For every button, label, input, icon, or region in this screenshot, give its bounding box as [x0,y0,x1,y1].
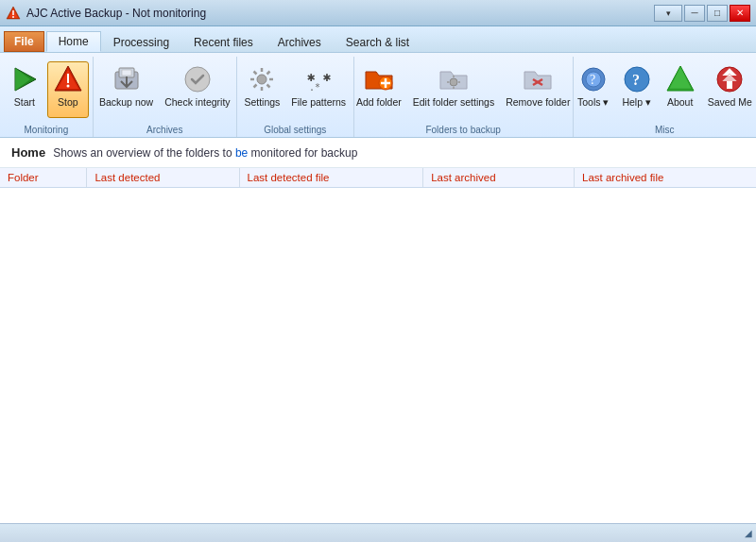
window-title: AJC Active Backup - Not monitoring [26,7,206,20]
global-settings-buttons: Settings ✱ ✱ .* File patterns [239,57,351,123]
about-button[interactable]: About [660,61,701,118]
tools-icon: ? [578,64,609,94]
title-bar-left: AJC Active Backup - Not monitoring [6,6,206,21]
file-patterns-label: File patterns [291,96,346,109]
global-settings-group-label: Global settings [264,125,326,135]
svg-point-9 [66,85,69,88]
backup-now-button[interactable]: Backup now [94,61,158,118]
page-title: Home [11,145,45,160]
about-label: About [667,96,693,109]
title-bar: AJC Active Backup - Not monitoring ▾ ─ □… [0,0,756,26]
edit-folder-settings-icon [438,64,469,94]
ribbon-group-folders: Add folder Edit folder set [354,57,574,137]
tab-search-list[interactable]: Search & list [334,31,421,52]
about-icon [665,64,696,94]
tab-processing[interactable]: Processing [101,31,181,52]
saved-me-button[interactable]: Saved Me [703,61,756,118]
backup-now-icon [112,64,142,94]
svg-point-15 [257,75,266,84]
table-header-row: Folder Last detected Last detected file … [0,168,756,188]
table-container: Folder Last detected Last detected file … [0,168,756,523]
stop-icon [53,64,83,94]
help-button[interactable]: ? Help ▾ [616,61,658,118]
svg-rect-12 [122,70,131,76]
remove-folder-button[interactable]: Remove folder [501,61,575,118]
file-patterns-icon: ✱ ✱ .* [303,64,334,94]
svg-line-22 [267,72,270,75]
add-folder-icon [364,64,394,94]
settings-button[interactable]: Settings [239,61,284,118]
svg-text:?: ? [590,73,595,87]
status-bar: ◢ [0,523,756,542]
svg-text:.*: .* [309,82,320,93]
menu-bar: File Home Processing Recent files Archiv… [0,26,756,53]
edit-folder-settings-button[interactable]: Edit folder settings [408,61,499,118]
check-integrity-icon [182,64,213,94]
maximize-button[interactable]: □ [707,5,728,22]
misc-group-label: Misc [655,125,675,135]
ribbon-group-archives: Backup now Check integrity Archives [94,57,237,137]
svg-line-20 [254,72,257,75]
monitoring-buttons: Start Stop [4,57,89,123]
col-last-detected: Last detected [87,168,239,188]
remove-folder-icon [523,64,553,94]
page-header: Home Shows an overview of the folders to… [0,138,756,168]
tab-archives[interactable]: Archives [266,31,334,52]
check-integrity-label: Check integrity [164,96,230,109]
archives-group-label: Archives [146,125,182,135]
col-last-archived: Last archived [423,168,575,188]
svg-point-14 [185,67,210,92]
page-description: Shows an overview of the folders to be m… [53,146,357,160]
settings-label: Settings [244,96,280,109]
ribbon-group-monitoring: Start Stop Monitoring [0,57,94,137]
svg-line-21 [267,85,270,88]
close-button[interactable]: ✕ [730,5,750,22]
svg-rect-45 [727,81,732,89]
col-last-archived-file: Last archived file [575,168,756,188]
add-folder-button[interactable]: Add folder [352,61,406,118]
folders-group-label: Folders to backup [425,125,501,135]
svg-line-23 [254,85,257,88]
stop-button[interactable]: Stop [47,61,89,118]
help-icon: ? [622,64,652,94]
misc-buttons: ? Tools ▾ ? Help ▾ [573,57,756,123]
app-icon [6,6,21,21]
saved-me-icon [714,64,745,94]
file-patterns-button[interactable]: ✱ ✱ .* File patterns [286,61,351,118]
ribbon: Start Stop Monitoring [0,53,756,138]
edit-folder-settings-label: Edit folder settings [413,96,494,109]
file-menu-button[interactable]: File [4,31,44,52]
folders-table: Folder Last detected Last detected file … [0,168,756,188]
title-bar-controls: ▾ ─ □ ✕ [654,5,750,22]
help-label: Help ▾ [622,96,651,109]
svg-point-29 [450,78,457,86]
ribbon-group-global-settings: Settings ✱ ✱ .* File patterns Global set… [237,57,354,137]
archives-buttons: Backup now Check integrity [94,57,235,123]
start-button[interactable]: Start [4,61,45,118]
tab-home[interactable]: Home [46,31,101,52]
settings-icon [247,64,277,94]
col-folder: Folder [0,168,87,188]
check-integrity-button[interactable]: Check integrity [160,61,234,118]
backup-now-label: Backup now [99,96,153,109]
svg-marker-5 [15,68,30,91]
remove-folder-label: Remove folder [506,96,570,109]
tools-button[interactable]: ? Tools ▾ [573,61,614,118]
stop-label: Stop [58,96,78,109]
resize-handle: ◢ [745,528,752,538]
monitoring-group-label: Monitoring [25,125,69,135]
svg-marker-42 [669,66,692,89]
svg-point-3 [12,16,14,18]
add-folder-label: Add folder [356,96,402,109]
main-content: Home Shows an overview of the folders to… [0,138,756,523]
start-icon [9,64,40,94]
quick-access-toolbar-btn[interactable]: ▾ [654,5,682,22]
ribbon-group-misc: ? Tools ▾ ? Help ▾ [574,57,756,137]
svg-text:?: ? [632,72,640,88]
start-label: Start [14,96,35,109]
saved-me-label: Saved Me [708,96,752,109]
col-last-detected-file: Last detected file [239,168,423,188]
tab-recent-files[interactable]: Recent files [181,31,266,52]
minimize-button[interactable]: ─ [684,5,705,22]
folders-buttons: Add folder Edit folder set [352,57,576,123]
